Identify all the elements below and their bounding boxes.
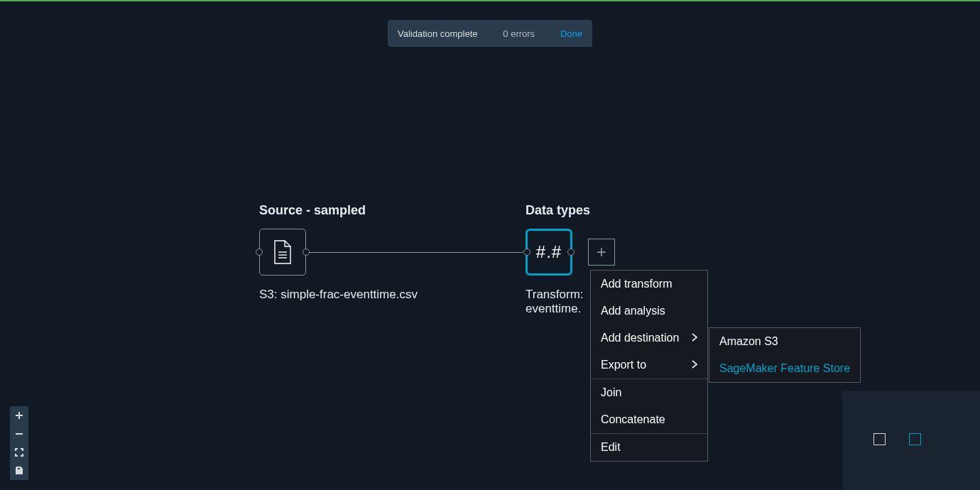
menu-export-to[interactable]: Export to <box>591 352 707 379</box>
save-button[interactable] <box>10 462 28 480</box>
expand-icon <box>14 447 24 457</box>
menu-concatenate-label: Concatenate <box>601 413 665 426</box>
source-node-title: Source - sampled <box>259 203 366 218</box>
menu-add-transform-label: Add transform <box>601 278 672 290</box>
chevron-right-icon <box>692 359 697 371</box>
add-step-button[interactable]: + <box>588 239 615 266</box>
zoom-out-button[interactable] <box>10 425 28 443</box>
datatypes-node-title: Data types <box>526 203 590 218</box>
menu-export-to-label: Export to <box>601 359 646 371</box>
menu-join[interactable]: Join <box>591 379 707 406</box>
chevron-right-icon <box>692 332 697 344</box>
datatypes-node-subtitle: Transform: eventtime. <box>526 288 584 316</box>
submenu-sagemaker-feature-store[interactable]: SageMaker Feature Store <box>709 355 860 382</box>
zoom-in-button[interactable] <box>10 406 28 425</box>
submenu-amazon-s3[interactable]: Amazon S3 <box>709 328 860 355</box>
source-port-out[interactable] <box>303 249 310 256</box>
zoom-toolbar <box>10 406 28 480</box>
hash-icon: #.# <box>536 242 562 262</box>
fit-screen-button[interactable] <box>10 443 28 462</box>
source-node[interactable] <box>259 229 306 276</box>
svg-rect-6 <box>17 467 21 470</box>
datatypes-sub-line2: eventtime. <box>526 302 581 315</box>
menu-add-destination[interactable]: Add destination <box>591 325 707 352</box>
minimap-node-source <box>873 433 886 445</box>
submenu-amazon-s3-label: Amazon S3 <box>719 335 778 347</box>
menu-edit[interactable]: Edit <box>591 433 707 461</box>
menu-join-label: Join <box>601 386 621 399</box>
edge-source-to-datatypes[interactable] <box>310 252 523 253</box>
menu-add-destination-label: Add destination <box>601 332 679 344</box>
plus-icon <box>14 410 24 420</box>
datatypes-sub-line1: Transform: <box>526 288 584 301</box>
datatypes-port-out[interactable] <box>567 249 575 256</box>
source-port-in[interactable] <box>256 249 263 256</box>
export-submenu: Amazon S3 SageMaker Feature Store <box>709 327 861 383</box>
node-context-menu: Add transform Add analysis Add destinati… <box>590 270 708 462</box>
flow-canvas[interactable]: Source - sampled S3: simple-frac-eventti… <box>0 0 980 490</box>
datatypes-port-in[interactable] <box>523 249 530 256</box>
submenu-sagemaker-feature-store-label: SageMaker Feature Store <box>719 362 850 374</box>
menu-add-analysis-label: Add analysis <box>601 305 665 317</box>
minimap[interactable] <box>842 391 980 490</box>
minus-icon <box>14 429 24 439</box>
menu-add-analysis[interactable]: Add analysis <box>591 298 707 325</box>
save-icon <box>14 466 24 476</box>
menu-concatenate[interactable]: Concatenate <box>591 406 707 433</box>
source-node-subtitle: S3: simple-frac-eventtime.csv <box>259 288 418 302</box>
datatypes-node[interactable]: #.# <box>526 229 572 276</box>
plus-icon: + <box>597 242 606 262</box>
menu-add-transform[interactable]: Add transform <box>591 271 707 298</box>
menu-edit-label: Edit <box>601 441 621 454</box>
document-icon <box>272 239 293 265</box>
minimap-node-datatypes <box>909 433 921 445</box>
